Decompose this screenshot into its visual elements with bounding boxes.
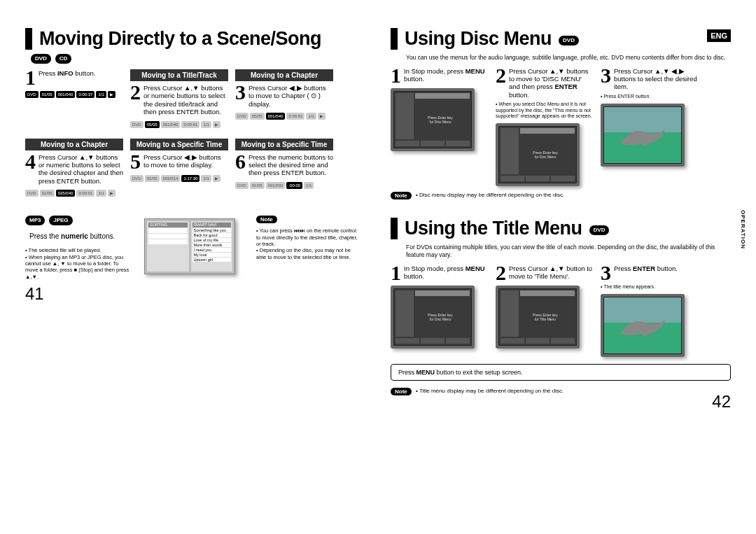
disc-intro: You can use the menus for the audio lang…: [406, 54, 731, 62]
heading-disc-text: Using Disc Menu: [405, 28, 552, 50]
step-5-text: Press Cursor ◀,▶ buttons to move to time…: [144, 153, 228, 169]
note-bullets: You can press ⏮⏭ on the remote control t…: [256, 227, 361, 260]
tv-thumb-dark: Press Enter key for Disc Menu: [391, 88, 475, 151]
step-4: Moving to a Chapter 4 Press Cursor ▲,▼ b…: [25, 139, 123, 198]
tv-thumb-dark: Press Enter key for Disc Menu: [496, 123, 580, 186]
step-2-num: 2: [130, 84, 141, 101]
tv-thumb-dark: Press Enter key for Disc Menu: [391, 286, 475, 349]
step-2-text: Press Cursor ▲,▼ buttons or numeric butt…: [144, 84, 228, 116]
step-1: 1 Press INFO button. DVD01/05001/0400:00…: [25, 69, 123, 129]
heading-left: Moving Directly to a Scene/Song: [25, 28, 365, 50]
steps-row-1: 1 Press INFO button. DVD01/05001/0400:00…: [25, 69, 365, 129]
steps-row-2: Moving to a Chapter 4 Press Cursor ▲,▼ b…: [25, 139, 365, 198]
step-2-header: Moving to a Title/Track: [130, 69, 228, 81]
mp3-footnotes: The selected file will be played. When p…: [25, 247, 130, 280]
disc-steps: 1 In Stop mode, press MENU button. Press…: [391, 67, 731, 187]
title-step-1: 1 In Stop mode, press MENU button. Press…: [391, 265, 489, 357]
disc-subnote-3: • Press ENTER button.: [601, 94, 699, 99]
format-badges: DVD CD: [31, 54, 365, 64]
step-6: Moving to a Specific Time 6 Press the nu…: [235, 139, 333, 198]
step-3: Moving to a Chapter 3 Press Cursor ◀,▶ b…: [235, 69, 333, 129]
lang-badge: ENG: [707, 29, 731, 42]
dolphin-icon: [612, 309, 673, 342]
step-5: Moving to a Specific Time 5 Press Cursor…: [130, 139, 228, 198]
badge-mp3: MP3: [25, 216, 45, 225]
mp3-section: MP3 JPEG Press the numeric buttons. The …: [25, 216, 365, 280]
page-number-left: 41: [25, 284, 365, 304]
title-intro: For DVDs containing multiple titles, you…: [406, 244, 731, 258]
step-1-text: Press INFO button.: [38, 69, 95, 77]
step-2: Moving to a Title/Track 2 Press Cursor ▲…: [130, 69, 228, 129]
tv-thumb-dark: Press Enter key for Title Menu: [496, 286, 580, 349]
step-3-num: 3: [235, 84, 246, 101]
step-4-text: Press Cursor ▲,▼ buttons or numeric butt…: [38, 153, 123, 185]
step-5-num: 5: [130, 153, 141, 170]
dolphin-icon: [612, 118, 673, 152]
step-3-header: Moving to a Chapter: [235, 69, 333, 81]
badge-cd: CD: [55, 54, 72, 64]
playlist-thumb: SORTING SMART NAVI Something like you Ba…: [144, 218, 235, 274]
disc-step-3: 3 Press Cursor ▲,▼ ◀,▶ buttons to select…: [601, 67, 699, 187]
disc-step-1: 1 In Stop mode, press MENU button. Press…: [391, 67, 489, 187]
badge-jpeg: JPEG: [49, 216, 72, 225]
page-number-right: 42: [712, 392, 731, 412]
step-3-infobar: DVD05/05001/0400:00:011/1▶: [235, 112, 333, 120]
step-4-num: 4: [25, 153, 36, 170]
title-step-2: 2 Press Cursor ▲,▼ button to move to 'Ti…: [496, 265, 594, 357]
badge-dvd: DVD: [31, 54, 51, 64]
disc-bottom-note: Note • Disc menu display may be differen…: [391, 192, 731, 199]
step-2-infobar: DVD05/05001/0400:00:011/1▶: [130, 120, 228, 129]
badge-dvd-right: DVD: [559, 36, 579, 45]
mp3-instruction: Press the numeric buttons.: [29, 232, 130, 240]
step-5-header: Moving to a Specific Time: [130, 139, 228, 150]
page-right: ENG OPERATION Using Disc Menu DVD You ca…: [391, 28, 731, 412]
side-tab-operation: OPERATION: [740, 210, 746, 249]
badge-dvd-title: DVD: [589, 225, 610, 235]
title-steps: 1 In Stop mode, press MENU button. Press…: [391, 265, 731, 357]
step-4-header: Moving to a Chapter: [25, 139, 123, 150]
disc-step-2: 2 Press Cursor ▲,▼ buttons to move to 'D…: [496, 67, 594, 187]
heading-title-text: Using the Title Menu: [405, 218, 582, 239]
step-1-num: 1: [25, 69, 36, 86]
heading-title-menu: Using the Title Menu DVD: [391, 218, 731, 239]
step-3-text: Press Cursor ◀,▶ buttons to move to Chap…: [248, 84, 333, 108]
step-1-infobar: DVD01/05001/0400:00:371/1▶: [25, 90, 123, 99]
title-step-3: 3 Press ENTER button. • The title menu a…: [601, 265, 699, 357]
tv-thumb-dolphin: [601, 104, 685, 167]
disc-subnote-2: • When you select Disc Menu and it is no…: [496, 101, 594, 119]
page-left: Moving Directly to a Scene/Song DVD CD 1…: [25, 28, 365, 412]
step-6-num: 6: [235, 153, 246, 170]
note-label: Note: [256, 216, 277, 223]
heading-text: Moving Directly to a Scene/Song: [39, 28, 321, 50]
step-6-header: Moving to a Specific Time: [235, 139, 333, 150]
tv-thumb-dolphin: [601, 294, 685, 357]
exit-instruction-box: Press MENU button to exit the setup scre…: [391, 364, 731, 381]
heading-disc-menu: Using Disc Menu DVD: [391, 28, 731, 50]
title-bottom-note: Note • Title menu display may be differe…: [391, 388, 564, 395]
step-6-text: Press the numeric buttons to select the …: [248, 153, 333, 177]
